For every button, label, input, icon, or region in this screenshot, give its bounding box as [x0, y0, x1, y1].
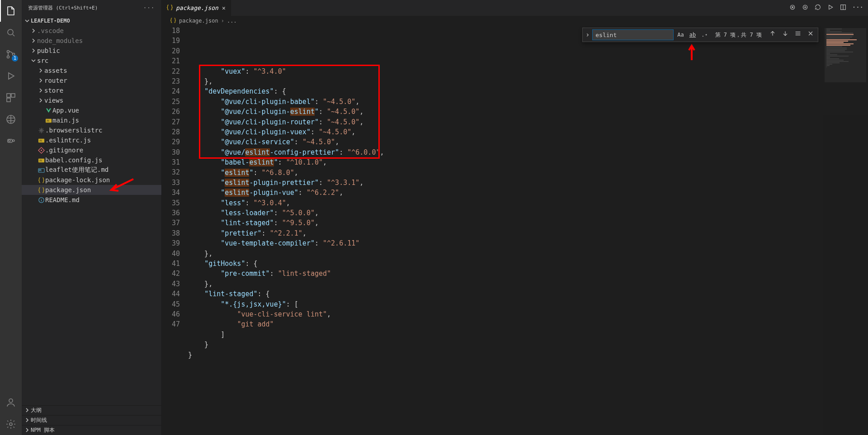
- find-count: 第 7 项，共 7 项: [712, 30, 765, 40]
- folder-public[interactable]: public: [22, 46, 161, 56]
- diff-icon[interactable]: [802, 4, 809, 12]
- svg-rect-6: [7, 98, 10, 102]
- code-line: }: [188, 350, 868, 360]
- code-line: "gitHooks": {: [188, 259, 868, 269]
- chevron-right-icon: [37, 68, 44, 73]
- md-icon: [37, 167, 45, 174]
- folder-router[interactable]: router: [22, 76, 161, 85]
- find-next-icon[interactable]: [780, 29, 791, 41]
- tree-label: node_modules: [37, 37, 83, 44]
- find-close-icon[interactable]: [805, 29, 816, 41]
- close-tab-icon[interactable]: ✕: [221, 5, 226, 11]
- activity-bar: 1: [0, 0, 22, 435]
- file-tree: .vscodenode_modulespublicsrcassetsrouter…: [22, 26, 161, 405]
- chevron-right-icon: [37, 98, 44, 103]
- code-line: "@vue/cli-plugin-router": "~4.5.0",: [188, 117, 868, 127]
- file-App.vue[interactable]: App.vue: [22, 105, 161, 115]
- search-activity[interactable]: [0, 22, 22, 43]
- tab-package-json[interactable]: package.json ✕: [162, 0, 231, 16]
- code-line: "babel-eslint": "^10.1.0",: [188, 157, 868, 167]
- file-.eslintrc.js[interactable]: JS.eslintrc.js: [22, 135, 161, 145]
- file-package-lock.json[interactable]: package-lock.json: [22, 175, 161, 185]
- code-content[interactable]: "vuex": "^3.4.0" }, "devDependencies": {…: [188, 26, 868, 435]
- json-icon: [170, 17, 176, 25]
- line-gutter: 1819202122232425262728293031323334353637…: [162, 26, 188, 435]
- settings-activity[interactable]: [0, 413, 22, 435]
- editor-more-icon[interactable]: ···: [852, 4, 863, 12]
- timeline-panel[interactable]: 时间线: [22, 415, 161, 425]
- file-main.js[interactable]: JSmain.js: [22, 115, 161, 125]
- find-widget: › Aa ab .⋆ 第 7 项，共 7 项: [582, 28, 818, 42]
- outline-panel[interactable]: 大纲: [22, 405, 161, 415]
- npm-panel[interactable]: NPM 脚本: [22, 425, 161, 435]
- folder-node_modules[interactable]: node_modules: [22, 36, 161, 46]
- git-icon: [37, 147, 45, 154]
- chevron-right-icon: [30, 48, 37, 53]
- regex-icon[interactable]: .⋆: [699, 29, 709, 41]
- folder-src[interactable]: src: [22, 56, 161, 66]
- file-.gitignore[interactable]: .gitignore: [22, 145, 161, 155]
- split-icon[interactable]: [840, 4, 847, 12]
- app-root: 1 资源管理器 (Ctrl+Shift+E) ··· LEAFLET-DEM: [0, 0, 868, 435]
- svg-text:JS: JS: [39, 159, 42, 162]
- file-package.json[interactable]: package.json: [22, 185, 161, 195]
- find-expand-icon[interactable]: ›: [585, 30, 590, 40]
- gear-icon: [37, 127, 45, 134]
- refresh-icon[interactable]: [814, 4, 821, 12]
- tree-label: .vscode: [37, 27, 64, 34]
- debug-activity[interactable]: [0, 65, 22, 87]
- folder-assets[interactable]: assets: [22, 66, 161, 76]
- json-icon: [37, 177, 45, 184]
- breadcrumb-file: package.json: [179, 18, 218, 24]
- sidebar-more-icon[interactable]: ···: [143, 5, 155, 11]
- folder-store[interactable]: store: [22, 85, 161, 95]
- find-selection-icon[interactable]: [793, 29, 803, 41]
- folder-.vscode[interactable]: .vscode: [22, 26, 161, 36]
- svg-point-12: [9, 423, 12, 426]
- code-line: "@vue/cli-plugin-babel": "~4.5.0",: [188, 97, 868, 107]
- editor-tabs: package.json ✕ ···: [162, 0, 868, 16]
- breadcrumb[interactable]: package.json › ...: [162, 16, 868, 26]
- file-leaflet使用笔记.md[interactable]: leaflet使用笔记.md: [22, 165, 161, 175]
- whole-word-icon[interactable]: ab: [688, 29, 698, 41]
- run-icon[interactable]: [827, 4, 834, 12]
- sidebar: 资源管理器 (Ctrl+Shift+E) ··· LEAFLET-DEMO .v…: [22, 0, 162, 435]
- outline-label: 大纲: [31, 407, 42, 414]
- tree-label: views: [44, 97, 63, 104]
- tree-label: store: [44, 87, 63, 94]
- find-prev-icon[interactable]: [767, 29, 778, 41]
- chevron-right-icon: [37, 78, 44, 83]
- info-icon: [37, 197, 45, 203]
- live-share-activity[interactable]: [0, 130, 22, 152]
- code-line: "prettier": "^2.2.1",: [188, 228, 868, 238]
- file-.browserslistrc[interactable]: .browserslistrc: [22, 125, 161, 135]
- find-input[interactable]: [592, 29, 674, 40]
- explorer-activity[interactable]: [0, 0, 22, 22]
- code-line: "devDependencies": {: [188, 86, 868, 96]
- tree-label: router: [44, 77, 67, 84]
- code-line: "vuex": "^3.4.0": [188, 66, 868, 76]
- svg-point-0: [8, 29, 13, 35]
- code-line: "vue-template-compiler": "^2.6.11": [188, 238, 868, 248]
- project-root[interactable]: LEAFLET-DEMO: [22, 16, 161, 26]
- match-case-icon[interactable]: Aa: [675, 29, 685, 41]
- code-line: "git add": [188, 319, 868, 329]
- tree-label: App.vue: [52, 107, 79, 114]
- code-editor[interactable]: 1819202122232425262728293031323334353637…: [162, 26, 868, 435]
- extensions-activity[interactable]: [0, 87, 22, 109]
- code-line: [188, 360, 868, 370]
- editor-actions: ···: [789, 4, 868, 12]
- toggle-breadcrumbs-icon[interactable]: [789, 4, 796, 12]
- file-babel.config.js[interactable]: JSbabel.config.js: [22, 155, 161, 165]
- svg-point-1: [7, 51, 9, 53]
- code-line: "eslint-plugin-vue": "^6.2.2",: [188, 188, 868, 198]
- folder-views[interactable]: views: [22, 95, 161, 105]
- accounts-activity[interactable]: [0, 392, 22, 413]
- file-README.md[interactable]: README.md: [22, 195, 161, 205]
- code-line: "lint-staged": "^9.5.0",: [188, 218, 868, 228]
- remote-activity[interactable]: [0, 109, 22, 130]
- svg-rect-5: [11, 94, 15, 97]
- timeline-label: 时间线: [31, 416, 47, 424]
- project-name: LEAFLET-DEMO: [31, 18, 70, 24]
- source-control-activity[interactable]: 1: [0, 43, 22, 65]
